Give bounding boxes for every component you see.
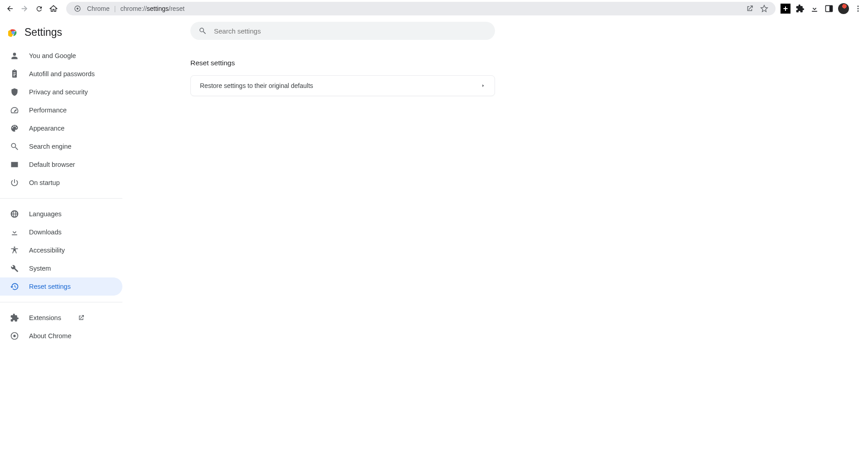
person-icon <box>10 51 19 60</box>
home-button[interactable] <box>47 2 60 15</box>
omnibox-separator: | <box>114 5 116 12</box>
sidebar-item-label: Accessibility <box>29 247 65 254</box>
reset-card: Restore settings to their original defau… <box>190 75 495 96</box>
sidebar-item-system[interactable]: System <box>0 259 122 277</box>
restore-defaults-label: Restore settings to their original defau… <box>200 82 313 89</box>
globe-icon <box>10 209 19 219</box>
accessibility-icon <box>10 246 19 255</box>
sidebar-item-privacy-and-security[interactable]: Privacy and security <box>0 83 122 101</box>
sidebar-item-accessibility[interactable]: Accessibility <box>0 241 122 259</box>
sidepanel-button[interactable] <box>823 2 835 15</box>
sidebar-item-downloads[interactable]: Downloads <box>0 223 122 241</box>
speed-icon <box>10 106 19 115</box>
svg-point-5 <box>858 8 859 10</box>
sidebar-item-label: Performance <box>29 107 67 114</box>
clipboard-icon <box>10 69 19 78</box>
main-content: Reset settings Restore settings to their… <box>122 17 868 452</box>
palette-icon <box>10 124 19 133</box>
settings-search[interactable] <box>190 22 495 40</box>
sidebar-item-label: Languages <box>29 210 62 218</box>
chrome-logo-icon <box>8 28 18 38</box>
sidebar-header: Settings <box>0 24 122 47</box>
sidebar-item-on-startup[interactable]: On startup <box>0 174 122 192</box>
sidebar-item-autofill-and-passwords[interactable]: Autofill and passwords <box>0 65 122 83</box>
chrome-menu-button[interactable] <box>852 2 864 15</box>
site-info-icon[interactable] <box>73 4 82 14</box>
download-icon <box>10 228 19 237</box>
sidebar-item-search-engine[interactable]: Search engine <box>0 137 122 156</box>
sidebar-item-label: Downloads <box>29 228 62 236</box>
omnibox-url: chrome://settings/reset <box>120 5 184 12</box>
share-icon[interactable] <box>745 4 755 14</box>
sidebar-item-label: About Chrome <box>29 332 72 340</box>
power-icon <box>10 178 19 187</box>
sidebar-item-about-chrome[interactable]: About Chrome <box>0 327 122 345</box>
sidebar-divider <box>0 302 122 302</box>
sidebar-item-label: You and Google <box>29 52 76 59</box>
shield-icon <box>10 87 19 97</box>
svg-rect-3 <box>829 5 833 11</box>
search-icon <box>199 27 207 35</box>
extension-icon <box>10 313 19 322</box>
wrench-icon <box>10 264 19 273</box>
sidebar-item-appearance[interactable]: Appearance <box>0 119 122 137</box>
omnibox[interactable]: Chrome | chrome://settings/reset <box>66 2 776 15</box>
sidebar-divider <box>0 198 122 199</box>
search-icon <box>10 142 19 151</box>
omnibox-prefix: Chrome <box>87 5 110 12</box>
downloads-button[interactable] <box>808 2 821 15</box>
restore-defaults-row[interactable]: Restore settings to their original defau… <box>191 76 495 96</box>
sidebar-item-label: Autofill and passwords <box>29 70 95 78</box>
reload-button[interactable] <box>33 2 45 15</box>
sidebar-item-label: System <box>29 265 51 272</box>
svg-point-1 <box>77 8 78 10</box>
sidebar-item-performance[interactable]: Performance <box>0 101 122 119</box>
bookmark-icon[interactable] <box>759 4 769 14</box>
browser-icon <box>10 160 19 169</box>
svg-point-10 <box>12 32 14 34</box>
forward-button[interactable] <box>18 2 31 15</box>
sidebar-item-you-and-google[interactable]: You and Google <box>0 47 122 65</box>
sidebar-item-label: Search engine <box>29 143 72 150</box>
open-in-new-icon <box>77 313 86 322</box>
chevron-right-icon <box>481 82 485 89</box>
sidebar-item-label: Privacy and security <box>29 88 88 96</box>
sidebar-item-label: Extensions <box>29 314 61 321</box>
sidebar: Settings You and GoogleAutofill and pass… <box>0 17 122 452</box>
extensions-button[interactable] <box>794 2 806 15</box>
sidebar-item-label: Default browser <box>29 161 75 168</box>
sidebar-item-reset-settings[interactable]: Reset settings <box>0 277 122 296</box>
svg-point-6 <box>858 10 859 12</box>
page-title: Settings <box>24 26 62 39</box>
restore-icon <box>10 282 19 291</box>
chrome-icon <box>10 331 19 340</box>
svg-point-4 <box>858 5 859 7</box>
browser-toolbar: Chrome | chrome://settings/reset + <box>0 0 868 17</box>
sidebar-item-languages[interactable]: Languages <box>0 205 122 223</box>
sidebar-item-extensions[interactable]: Extensions <box>0 309 122 327</box>
sidebar-item-label: Reset settings <box>29 283 71 290</box>
sidebar-item-label: On startup <box>29 179 60 186</box>
profile-avatar[interactable] <box>837 2 850 15</box>
section-title: Reset settings <box>190 59 235 67</box>
new-tab-button[interactable]: + <box>779 2 792 15</box>
back-button[interactable] <box>4 2 16 15</box>
sidebar-item-label: Appearance <box>29 125 64 132</box>
sidebar-item-default-browser[interactable]: Default browser <box>0 156 122 174</box>
settings-search-input[interactable] <box>214 27 487 35</box>
